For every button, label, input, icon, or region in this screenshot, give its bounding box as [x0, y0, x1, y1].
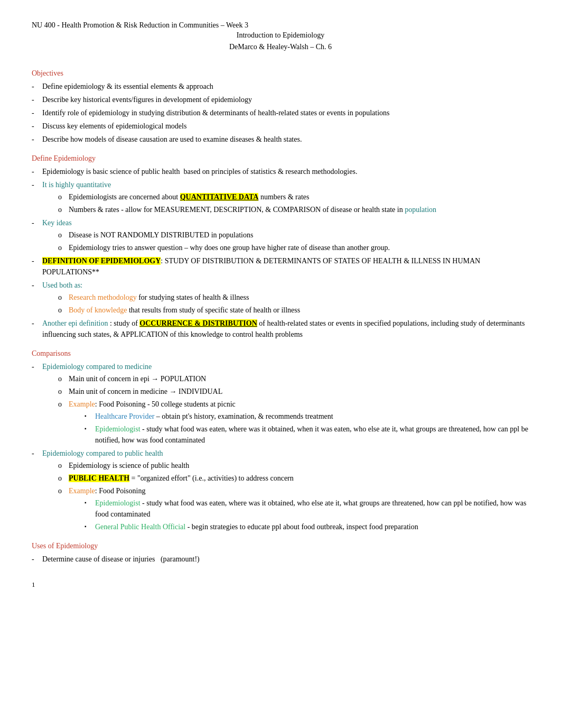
definition-item: DEFINITION OF EPIDEMIOLOGY: STUDY OF DIS…	[32, 255, 529, 278]
define-epi-item2: It is highly quantitative Epidemiologist…	[32, 179, 529, 215]
epidemiologist-1: Epidemiologist - study what food was eat…	[85, 423, 529, 446]
epi-ph-1: Epidemiology is science of public health	[58, 460, 529, 471]
uses-heading: Uses of Epidemiology	[32, 542, 529, 550]
course-title: NU 400 - Health Promotion & Risk Reducti…	[32, 21, 529, 30]
food-poison-ph-sublist: Epidemiologist - study what food was eat…	[69, 497, 529, 532]
doc-title-line1: Introduction to Epidemiology	[32, 30, 529, 41]
key-idea1: Disease is NOT RANDOMLY DISTRIBUTED in p…	[58, 229, 529, 241]
key-ideas-item: Key ideas Disease is NOT RANDOMLY DISTRI…	[32, 217, 529, 253]
used-both-sublist: Research methodology for studying states…	[42, 292, 529, 316]
objective-item: Describe how models of disease causation…	[32, 134, 529, 145]
used-both-sub2: Body of knowledge that results from stud…	[58, 305, 529, 316]
epidemiologist-2: Epidemiologist - study what food was eat…	[85, 497, 529, 520]
epi-ph-3: Example: Food Poisoning Epidemiologist -…	[58, 485, 529, 532]
quantitative-sublist: Epidemiologists are concerned about QUAN…	[42, 191, 529, 215]
objective-item: Discuss key elements of epidemiological …	[32, 121, 529, 132]
epi-medicine-sublist: Main unit of concern in epi → POPULATION…	[42, 373, 529, 446]
quant-sub1: Epidemiologists are concerned about QUAN…	[58, 191, 529, 202]
doc-title-line2: DeMarco & Healey-Walsh – Ch. 6	[32, 41, 529, 53]
page-number: 1	[32, 580, 529, 589]
food-poison-sublist: Healthcare Provider – obtain pt's histor…	[69, 411, 529, 446]
uses-section: Uses of Epidemiology Determine cause of …	[32, 542, 529, 565]
key-idea2: Epidemiology tries to answer question – …	[58, 242, 529, 253]
objectives-heading: Objectives	[32, 69, 529, 78]
epi-pubhealth-sublist: Epidemiology is science of public health…	[42, 460, 529, 532]
objective-item: Describe key historical events/figures i…	[32, 94, 529, 105]
define-epi-heading: Define Epidemiology	[32, 154, 529, 163]
header-top: NU 400 - Health Promotion & Risk Reducti…	[32, 21, 529, 30]
key-ideas-sublist: Disease is NOT RANDOMLY DISTRIBUTED in p…	[42, 229, 529, 253]
healthcare-provider: Healthcare Provider – obtain pt's histor…	[85, 411, 529, 422]
epi-med-2: Main unit of concern in medicine → INDIV…	[58, 386, 529, 397]
define-epi-list: Epidemiology is basic science of public …	[32, 166, 529, 340]
epi-vs-public-health: Epidemiology compared to public health E…	[32, 448, 529, 532]
objectives-list: Define epidemiology & its essential elem…	[32, 81, 529, 145]
used-both-sub1: Research methodology for studying states…	[58, 292, 529, 303]
another-epi-def: Another epi definition : study of OCCURR…	[32, 318, 529, 340]
define-epi-item1: Epidemiology is basic science of public …	[32, 166, 529, 177]
header-center: Introduction to Epidemiology DeMarco & H…	[32, 30, 529, 53]
general-pub-health: General Public Health Official - begin s…	[85, 521, 529, 532]
epi-vs-medicine: Epidemiology compared to medicine Main u…	[32, 361, 529, 446]
epi-med-3: Example: Food Poisoning - 50 college stu…	[58, 399, 529, 446]
epi-med-1: Main unit of concern in epi → POPULATION	[58, 373, 529, 384]
objective-item: Define epidemiology & its essential elem…	[32, 81, 529, 92]
quant-sub2: Numbers & rates - allow for MEASUREMENT,…	[58, 204, 529, 215]
uses-item1: Determine cause of disease or injuries (…	[32, 554, 529, 565]
comparisons-list: Epidemiology compared to medicine Main u…	[32, 361, 529, 532]
uses-list: Determine cause of disease or injuries (…	[32, 554, 529, 565]
objective-item: Identify role of epidemiology in studyin…	[32, 107, 529, 118]
used-both-item: Used both as: Research methodology for s…	[32, 280, 529, 316]
objectives-section: Objectives Define epidemiology & its ess…	[32, 69, 529, 145]
define-epidemiology-section: Define Epidemiology Epidemiology is basi…	[32, 154, 529, 340]
comparisons-section: Comparisons Epidemiology compared to med…	[32, 349, 529, 532]
comparisons-heading: Comparisons	[32, 349, 529, 358]
epi-ph-2: PUBLIC HEALTH = "organized effort" (i.e.…	[58, 473, 529, 484]
